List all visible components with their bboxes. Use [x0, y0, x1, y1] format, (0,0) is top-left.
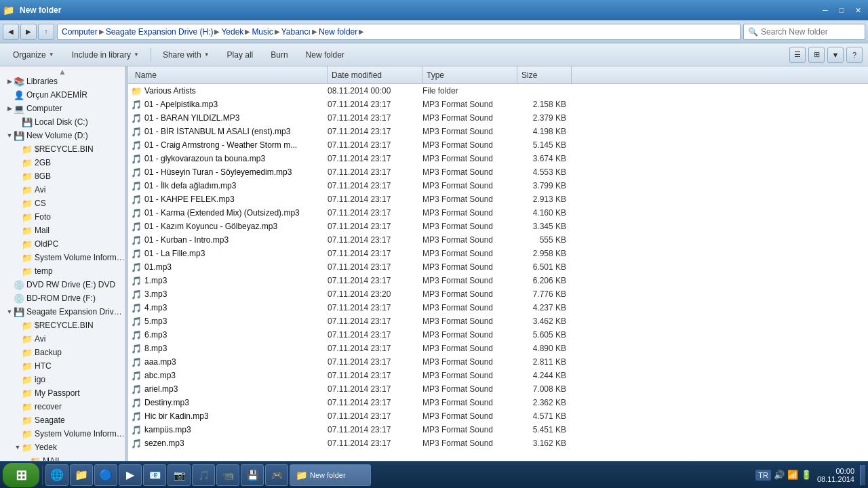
- nav-tree-item[interactable]: 📁Foto: [0, 210, 125, 224]
- nav-tree-item[interactable]: 📁temp: [0, 264, 125, 278]
- search-input[interactable]: [761, 27, 856, 37]
- table-row[interactable]: 📁Various Artists08.11.2014 00:00File fol…: [128, 84, 868, 98]
- taskbar-explorer-button[interactable]: 📁: [70, 464, 93, 486]
- play-button[interactable]: Play all: [220, 46, 261, 64]
- taskbar-app3-button[interactable]: 📷: [167, 464, 191, 486]
- show-desktop-button[interactable]: [860, 465, 865, 485]
- table-row[interactable]: 🎵ariel.mp307.11.2014 23:17MP3 Format Sou…: [128, 382, 868, 396]
- col-header-size[interactable]: Size: [517, 66, 572, 83]
- table-row[interactable]: 🎵01 - Apelpistika.mp307.11.2014 23:17MP3…: [128, 98, 868, 111]
- view-options-button[interactable]: ▼: [827, 47, 844, 63]
- share-button[interactable]: Share with ▼: [155, 46, 217, 64]
- table-row[interactable]: 🎵01 - İlk defa ağladım.mp307.11.2014 23:…: [128, 179, 868, 192]
- view-large-button[interactable]: ⊞: [808, 47, 825, 63]
- col-header-type[interactable]: Type: [422, 66, 517, 83]
- table-row[interactable]: 🎵01 - Craig Armstrong - Weather Storm m.…: [128, 138, 868, 152]
- table-row[interactable]: 🎵1.mp307.11.2014 23:17MP3 Format Sound6.…: [128, 274, 868, 287]
- nav-tree-item[interactable]: 📁System Volume Information: [0, 251, 125, 264]
- back-button[interactable]: ◀: [3, 24, 19, 40]
- taskbar-app7-button[interactable]: 🎮: [265, 464, 288, 486]
- nav-tree-item[interactable]: 👤Orçun AKDEMİR: [0, 88, 125, 102]
- taskbar-app2-button[interactable]: 📧: [143, 464, 166, 486]
- table-row[interactable]: 🎵01 - Kazım Koyuncu - Gölbeyaz.mp307.11.…: [128, 220, 868, 233]
- nav-tree-item[interactable]: 💿DVD RW Drive (E:) DVD: [0, 278, 125, 291]
- breadcrumb-yedek[interactable]: Yedek: [221, 27, 243, 37]
- nav-tree-item[interactable]: 📁$RECYCLE.BIN: [0, 319, 125, 332]
- nav-tree-item[interactable]: 📁Avi: [0, 332, 125, 346]
- nav-tree-item[interactable]: 📁2GB: [0, 156, 125, 169]
- network-icon[interactable]: 📶: [787, 470, 798, 480]
- nav-tree-item[interactable]: ▼💾Seagate Expansion Drive (H:): [0, 305, 125, 319]
- taskbar-chrome-button[interactable]: 🔵: [94, 464, 117, 486]
- nav-tree-item[interactable]: 📁OldPC: [0, 237, 125, 251]
- nav-tree-item[interactable]: 📁igo: [0, 373, 125, 386]
- nav-tree-item[interactable]: 📁Seagate: [0, 413, 125, 427]
- close-button[interactable]: ✕: [850, 4, 865, 16]
- nav-tree-item[interactable]: 📁Mail: [0, 224, 125, 237]
- minimize-button[interactable]: ─: [818, 4, 833, 16]
- table-row[interactable]: 🎵01 - Kurban - Intro.mp307.11.2014 23:17…: [128, 233, 868, 247]
- nav-tree-item[interactable]: 💿BD-ROM Drive (F:): [0, 291, 125, 305]
- nav-tree-item[interactable]: 📁Backup: [0, 346, 125, 359]
- taskbar-media-button[interactable]: ▶: [119, 464, 142, 486]
- breadcrumb-newfolder[interactable]: New folder: [319, 27, 357, 37]
- table-row[interactable]: 🎵01 - BİR İSTANBUL M ASALI (enst).mp307.…: [128, 125, 868, 138]
- clock-display[interactable]: 00:00 08.11.2014: [817, 467, 854, 483]
- up-button[interactable]: ↑: [38, 24, 54, 40]
- taskbar-ie-button[interactable]: 🌐: [45, 464, 68, 486]
- breadcrumb[interactable]: Computer ▶ Seagate Expansion Drive (H:) …: [57, 24, 741, 40]
- table-row[interactable]: 🎵4.mp307.11.2014 23:17MP3 Format Sound4.…: [128, 301, 868, 314]
- forward-button[interactable]: ▶: [20, 24, 37, 40]
- table-row[interactable]: 🎵3.mp307.11.2014 23:20MP3 Format Sound7.…: [128, 287, 868, 301]
- taskbar-folder-item[interactable]: 📁 New folder: [290, 464, 371, 486]
- table-row[interactable]: 🎵8.mp307.11.2014 23:17MP3 Format Sound4.…: [128, 342, 868, 355]
- table-row[interactable]: 🎵01 - Hüseyin Turan - Söyleyemedim.mp307…: [128, 165, 868, 179]
- nav-tree-item[interactable]: ▼📁Yedek: [0, 441, 125, 454]
- include-library-button[interactable]: Include in library ▼: [64, 46, 146, 64]
- taskbar-app6-button[interactable]: 💾: [241, 464, 264, 486]
- table-row[interactable]: 🎵kampüs.mp307.11.2014 23:17MP3 Format So…: [128, 423, 868, 436]
- nav-tree-item[interactable]: 📁$RECYCLE.BIN: [0, 142, 125, 156]
- table-row[interactable]: 🎵5.mp307.11.2014 23:17MP3 Format Sound3.…: [128, 314, 868, 328]
- nav-tree-item[interactable]: 📁8GB: [0, 169, 125, 183]
- taskbar-app4-button[interactable]: 🎵: [192, 464, 215, 486]
- scroll-up-button[interactable]: ▲: [0, 69, 125, 75]
- table-row[interactable]: 🎵01 - glykovarazoun ta bouna.mp307.11.20…: [128, 152, 868, 165]
- view-details-button[interactable]: ☰: [789, 47, 806, 63]
- table-row[interactable]: 🎵Destiny.mp307.11.2014 23:17MP3 Format S…: [128, 396, 868, 409]
- help-button[interactable]: ?: [846, 47, 863, 63]
- start-button[interactable]: ⊞: [3, 463, 39, 487]
- breadcrumb-seagate[interactable]: Seagate Expansion Drive (H:): [106, 27, 214, 37]
- nav-tree-item[interactable]: 📁My Passport: [0, 386, 125, 400]
- breadcrumb-music[interactable]: Music: [252, 27, 273, 37]
- nav-tree-item[interactable]: ▶📚Libraries: [0, 75, 125, 88]
- search-box[interactable]: 🔍: [743, 24, 865, 40]
- new-folder-button[interactable]: New folder: [298, 46, 352, 64]
- breadcrumb-yabanci[interactable]: Yabancı: [281, 27, 311, 37]
- col-header-name[interactable]: Name: [131, 66, 328, 83]
- nav-tree-item[interactable]: 📁System Volume Information: [0, 427, 125, 441]
- speaker-icon[interactable]: 🔊: [774, 470, 785, 480]
- table-row[interactable]: 🎵01 - La Fille.mp307.11.2014 23:17MP3 Fo…: [128, 247, 868, 260]
- taskbar-app5-button[interactable]: 📹: [216, 464, 239, 486]
- nav-tree-item[interactable]: 📁CS: [0, 197, 125, 210]
- table-row[interactable]: 🎵01 - KAHPE FELEK.mp307.11.2014 23:17MP3…: [128, 192, 868, 206]
- organize-button[interactable]: Organize ▼: [5, 46, 62, 64]
- nav-tree-item[interactable]: ▶💻Computer: [0, 102, 125, 115]
- table-row[interactable]: 🎵sezen.mp307.11.2014 23:17MP3 Format Sou…: [128, 436, 868, 450]
- table-row[interactable]: 🎵abc.mp307.11.2014 23:17MP3 Format Sound…: [128, 369, 868, 382]
- table-row[interactable]: 🎵6.mp307.11.2014 23:17MP3 Format Sound5.…: [128, 328, 868, 342]
- burn-button[interactable]: Burn: [263, 46, 295, 64]
- nav-tree-item[interactable]: 📁HTC: [0, 359, 125, 373]
- table-row[interactable]: 🎵aaa.mp307.11.2014 23:17MP3 Format Sound…: [128, 355, 868, 369]
- maximize-button[interactable]: □: [834, 4, 849, 16]
- table-row[interactable]: 🎵Hic bir Kadin.mp307.11.2014 23:17MP3 Fo…: [128, 409, 868, 423]
- nav-tree-item[interactable]: 📁Avi: [0, 183, 125, 197]
- col-header-date[interactable]: Date modified: [328, 66, 422, 83]
- table-row[interactable]: 🎵01 - Karma (Extended Mix) (Outsized).mp…: [128, 206, 868, 220]
- nav-tree-item[interactable]: 💾Local Disk (C:): [0, 115, 125, 129]
- nav-tree-item[interactable]: ▼💾New Volume (D:): [0, 129, 125, 142]
- nav-tree-item[interactable]: 📁recover: [0, 400, 125, 413]
- table-row[interactable]: 🎵01.mp307.11.2014 23:17MP3 Format Sound6…: [128, 260, 868, 274]
- table-row[interactable]: 🎵01 - BARAN YILDIZL.MP307.11.2014 23:17M…: [128, 111, 868, 125]
